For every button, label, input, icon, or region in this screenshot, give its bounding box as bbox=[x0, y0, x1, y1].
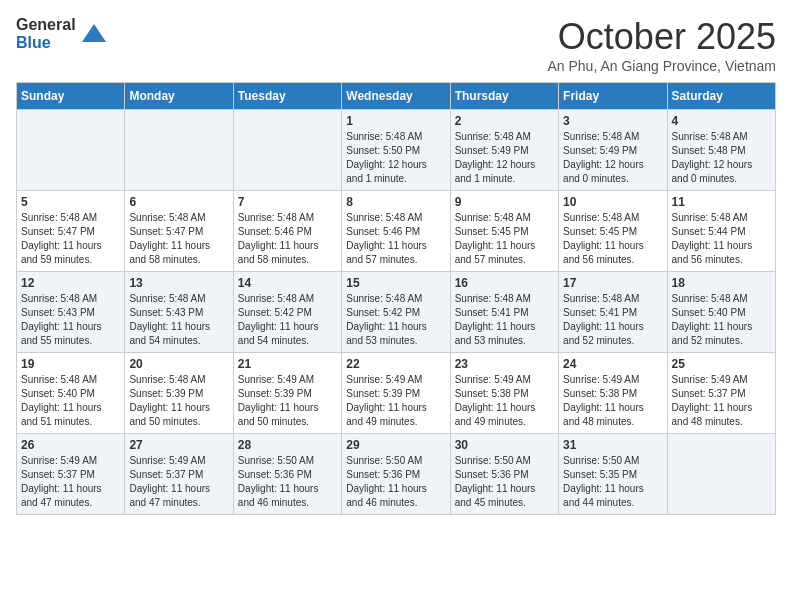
calendar-cell: 4Sunrise: 5:48 AM Sunset: 5:48 PM Daylig… bbox=[667, 110, 775, 191]
day-number: 4 bbox=[672, 114, 771, 128]
column-header-monday: Monday bbox=[125, 83, 233, 110]
logo: General Blue bbox=[16, 16, 108, 51]
day-info: Sunrise: 5:50 AM Sunset: 5:36 PM Dayligh… bbox=[346, 454, 445, 510]
day-info: Sunrise: 5:48 AM Sunset: 5:41 PM Dayligh… bbox=[455, 292, 554, 348]
day-info: Sunrise: 5:48 AM Sunset: 5:42 PM Dayligh… bbox=[346, 292, 445, 348]
calendar-cell: 1Sunrise: 5:48 AM Sunset: 5:50 PM Daylig… bbox=[342, 110, 450, 191]
calendar-cell bbox=[233, 110, 341, 191]
calendar-cell: 23Sunrise: 5:49 AM Sunset: 5:38 PM Dayli… bbox=[450, 353, 558, 434]
logo-general: General bbox=[16, 16, 76, 34]
calendar-cell: 13Sunrise: 5:48 AM Sunset: 5:43 PM Dayli… bbox=[125, 272, 233, 353]
day-number: 26 bbox=[21, 438, 120, 452]
calendar-cell: 14Sunrise: 5:48 AM Sunset: 5:42 PM Dayli… bbox=[233, 272, 341, 353]
day-info: Sunrise: 5:49 AM Sunset: 5:39 PM Dayligh… bbox=[238, 373, 337, 429]
calendar-cell: 27Sunrise: 5:49 AM Sunset: 5:37 PM Dayli… bbox=[125, 434, 233, 515]
day-number: 29 bbox=[346, 438, 445, 452]
calendar-cell: 17Sunrise: 5:48 AM Sunset: 5:41 PM Dayli… bbox=[559, 272, 667, 353]
day-number: 18 bbox=[672, 276, 771, 290]
calendar-cell: 9Sunrise: 5:48 AM Sunset: 5:45 PM Daylig… bbox=[450, 191, 558, 272]
day-info: Sunrise: 5:49 AM Sunset: 5:37 PM Dayligh… bbox=[129, 454, 228, 510]
day-info: Sunrise: 5:48 AM Sunset: 5:49 PM Dayligh… bbox=[455, 130, 554, 186]
calendar-cell bbox=[667, 434, 775, 515]
day-number: 5 bbox=[21, 195, 120, 209]
calendar-cell: 15Sunrise: 5:48 AM Sunset: 5:42 PM Dayli… bbox=[342, 272, 450, 353]
day-info: Sunrise: 5:48 AM Sunset: 5:39 PM Dayligh… bbox=[129, 373, 228, 429]
day-info: Sunrise: 5:48 AM Sunset: 5:42 PM Dayligh… bbox=[238, 292, 337, 348]
day-number: 24 bbox=[563, 357, 662, 371]
calendar-cell: 21Sunrise: 5:49 AM Sunset: 5:39 PM Dayli… bbox=[233, 353, 341, 434]
week-row-1: 1Sunrise: 5:48 AM Sunset: 5:50 PM Daylig… bbox=[17, 110, 776, 191]
day-number: 23 bbox=[455, 357, 554, 371]
calendar-table: SundayMondayTuesdayWednesdayThursdayFrid… bbox=[16, 82, 776, 515]
calendar-cell: 5Sunrise: 5:48 AM Sunset: 5:47 PM Daylig… bbox=[17, 191, 125, 272]
day-info: Sunrise: 5:49 AM Sunset: 5:39 PM Dayligh… bbox=[346, 373, 445, 429]
day-number: 3 bbox=[563, 114, 662, 128]
calendar-cell: 22Sunrise: 5:49 AM Sunset: 5:39 PM Dayli… bbox=[342, 353, 450, 434]
day-number: 6 bbox=[129, 195, 228, 209]
location-subtitle: An Phu, An Giang Province, Vietnam bbox=[547, 58, 776, 74]
day-number: 8 bbox=[346, 195, 445, 209]
day-number: 9 bbox=[455, 195, 554, 209]
column-header-tuesday: Tuesday bbox=[233, 83, 341, 110]
day-number: 17 bbox=[563, 276, 662, 290]
day-info: Sunrise: 5:48 AM Sunset: 5:47 PM Dayligh… bbox=[21, 211, 120, 267]
calendar-cell: 12Sunrise: 5:48 AM Sunset: 5:43 PM Dayli… bbox=[17, 272, 125, 353]
day-info: Sunrise: 5:48 AM Sunset: 5:40 PM Dayligh… bbox=[21, 373, 120, 429]
day-number: 27 bbox=[129, 438, 228, 452]
title-area: October 2025 An Phu, An Giang Province, … bbox=[547, 16, 776, 74]
month-title: October 2025 bbox=[547, 16, 776, 58]
calendar-cell: 30Sunrise: 5:50 AM Sunset: 5:36 PM Dayli… bbox=[450, 434, 558, 515]
calendar-cell bbox=[125, 110, 233, 191]
day-info: Sunrise: 5:48 AM Sunset: 5:46 PM Dayligh… bbox=[238, 211, 337, 267]
day-number: 20 bbox=[129, 357, 228, 371]
day-info: Sunrise: 5:48 AM Sunset: 5:43 PM Dayligh… bbox=[21, 292, 120, 348]
column-header-friday: Friday bbox=[559, 83, 667, 110]
calendar-cell: 16Sunrise: 5:48 AM Sunset: 5:41 PM Dayli… bbox=[450, 272, 558, 353]
day-number: 22 bbox=[346, 357, 445, 371]
calendar-cell: 8Sunrise: 5:48 AM Sunset: 5:46 PM Daylig… bbox=[342, 191, 450, 272]
calendar-cell: 20Sunrise: 5:48 AM Sunset: 5:39 PM Dayli… bbox=[125, 353, 233, 434]
week-row-3: 12Sunrise: 5:48 AM Sunset: 5:43 PM Dayli… bbox=[17, 272, 776, 353]
page-header: General Blue October 2025 An Phu, An Gia… bbox=[16, 16, 776, 74]
day-number: 11 bbox=[672, 195, 771, 209]
day-info: Sunrise: 5:49 AM Sunset: 5:37 PM Dayligh… bbox=[672, 373, 771, 429]
day-info: Sunrise: 5:48 AM Sunset: 5:45 PM Dayligh… bbox=[455, 211, 554, 267]
day-number: 1 bbox=[346, 114, 445, 128]
calendar-cell: 6Sunrise: 5:48 AM Sunset: 5:47 PM Daylig… bbox=[125, 191, 233, 272]
calendar-cell: 11Sunrise: 5:48 AM Sunset: 5:44 PM Dayli… bbox=[667, 191, 775, 272]
day-info: Sunrise: 5:48 AM Sunset: 5:41 PM Dayligh… bbox=[563, 292, 662, 348]
column-header-sunday: Sunday bbox=[17, 83, 125, 110]
day-number: 28 bbox=[238, 438, 337, 452]
calendar-cell: 24Sunrise: 5:49 AM Sunset: 5:38 PM Dayli… bbox=[559, 353, 667, 434]
calendar-cell: 28Sunrise: 5:50 AM Sunset: 5:36 PM Dayli… bbox=[233, 434, 341, 515]
day-number: 15 bbox=[346, 276, 445, 290]
calendar-cell: 31Sunrise: 5:50 AM Sunset: 5:35 PM Dayli… bbox=[559, 434, 667, 515]
calendar-cell: 2Sunrise: 5:48 AM Sunset: 5:49 PM Daylig… bbox=[450, 110, 558, 191]
day-info: Sunrise: 5:48 AM Sunset: 5:40 PM Dayligh… bbox=[672, 292, 771, 348]
calendar-cell: 26Sunrise: 5:49 AM Sunset: 5:37 PM Dayli… bbox=[17, 434, 125, 515]
svg-marker-0 bbox=[82, 24, 106, 42]
calendar-cell: 7Sunrise: 5:48 AM Sunset: 5:46 PM Daylig… bbox=[233, 191, 341, 272]
day-number: 12 bbox=[21, 276, 120, 290]
day-info: Sunrise: 5:50 AM Sunset: 5:36 PM Dayligh… bbox=[238, 454, 337, 510]
day-number: 16 bbox=[455, 276, 554, 290]
week-row-4: 19Sunrise: 5:48 AM Sunset: 5:40 PM Dayli… bbox=[17, 353, 776, 434]
logo-blue: Blue bbox=[16, 34, 76, 52]
day-number: 2 bbox=[455, 114, 554, 128]
day-info: Sunrise: 5:49 AM Sunset: 5:37 PM Dayligh… bbox=[21, 454, 120, 510]
day-info: Sunrise: 5:48 AM Sunset: 5:48 PM Dayligh… bbox=[672, 130, 771, 186]
day-info: Sunrise: 5:48 AM Sunset: 5:44 PM Dayligh… bbox=[672, 211, 771, 267]
day-number: 31 bbox=[563, 438, 662, 452]
day-number: 13 bbox=[129, 276, 228, 290]
calendar-cell: 19Sunrise: 5:48 AM Sunset: 5:40 PM Dayli… bbox=[17, 353, 125, 434]
calendar-cell bbox=[17, 110, 125, 191]
header-row: SundayMondayTuesdayWednesdayThursdayFrid… bbox=[17, 83, 776, 110]
day-number: 19 bbox=[21, 357, 120, 371]
day-info: Sunrise: 5:48 AM Sunset: 5:46 PM Dayligh… bbox=[346, 211, 445, 267]
day-info: Sunrise: 5:50 AM Sunset: 5:36 PM Dayligh… bbox=[455, 454, 554, 510]
day-info: Sunrise: 5:48 AM Sunset: 5:50 PM Dayligh… bbox=[346, 130, 445, 186]
calendar-cell: 3Sunrise: 5:48 AM Sunset: 5:49 PM Daylig… bbox=[559, 110, 667, 191]
column-header-saturday: Saturday bbox=[667, 83, 775, 110]
logo-icon bbox=[80, 20, 108, 48]
day-info: Sunrise: 5:48 AM Sunset: 5:45 PM Dayligh… bbox=[563, 211, 662, 267]
